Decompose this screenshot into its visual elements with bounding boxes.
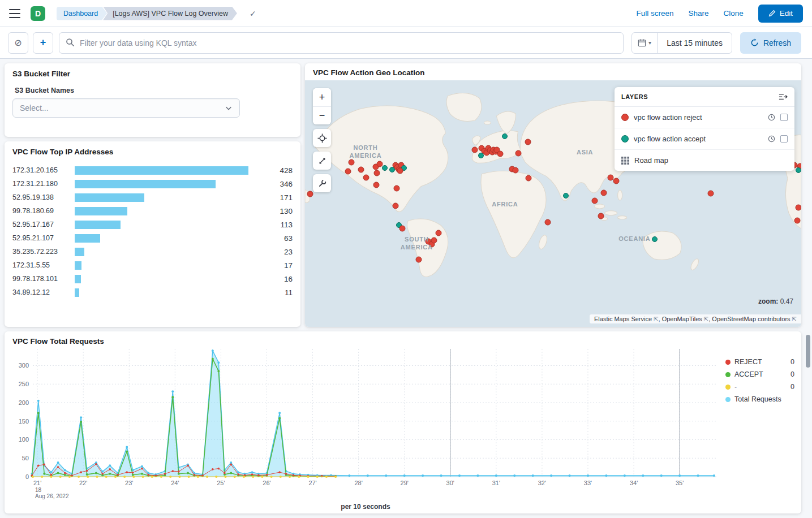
calendar-dropdown-button[interactable]: ▾ [632, 33, 658, 53]
panel-s3-bucket-filter: S3 Bucket Filter S3 Bucket Names Select.… [5, 63, 300, 137]
svg-text:24': 24' [171, 480, 179, 486]
geo-point-reject [435, 230, 441, 236]
space-avatar[interactable]: D [31, 6, 45, 21]
legend-label: ACCEPT [734, 370, 787, 378]
ip-bar[interactable] [75, 261, 267, 270]
expand-icon [318, 157, 326, 165]
breadcrumb: Dashboard [Logs AWS] VPC Flow Log Overvi… [57, 7, 237, 20]
ip-bar[interactable] [75, 221, 267, 229]
geo-point-reject [497, 151, 503, 157]
geo-point-reject [345, 168, 351, 174]
ip-label: 172.31.21.180 [12, 180, 70, 188]
legend-item[interactable]: Total Requests [725, 393, 794, 405]
time-range-label[interactable]: Last 15 minutes [658, 38, 732, 48]
s3-bucket-select[interactable]: Select... [12, 98, 240, 118]
ip-bar[interactable] [75, 275, 267, 283]
legend-label: REJECT [734, 358, 787, 366]
legend-swatch [725, 372, 731, 377]
select-placeholder: Select... [20, 103, 49, 113]
legend-value: 0 [790, 370, 794, 378]
pencil-icon [768, 10, 776, 17]
svg-text:27': 27' [308, 480, 316, 486]
saved-check-icon: ✓ [250, 9, 256, 18]
ip-bar[interactable] [75, 166, 267, 175]
attribution-link[interactable]: OpenMapTiles ⇱ [662, 316, 709, 322]
ip-value: 113 [267, 221, 293, 229]
legend-item[interactable]: ACCEPT0 [725, 368, 794, 381]
full-screen-link[interactable]: Full screen [636, 9, 673, 18]
edit-button[interactable]: Edit [758, 5, 803, 23]
ip-bar[interactable] [75, 248, 267, 256]
geo-point-reject [525, 139, 531, 145]
layer-row-road-map[interactable]: Road map [615, 150, 794, 171]
svg-text:0: 0 [25, 473, 29, 480]
ip-value: 63 [267, 234, 293, 243]
zoom-in-button[interactable]: + [313, 88, 331, 106]
add-filter-button[interactable]: + [33, 32, 53, 54]
attribution-link[interactable]: Elastic Maps Service ⇱ [594, 316, 659, 322]
kql-search-input[interactable] [59, 32, 624, 54]
breadcrumb-dashboard[interactable]: Dashboard [57, 7, 107, 20]
dashboard-content: S3 Bucket Filter S3 Bucket Names Select.… [0, 59, 812, 518]
svg-text:21': 21' [33, 480, 41, 486]
legend-item[interactable]: -0 [725, 381, 794, 393]
menu-icon[interactable] [9, 9, 20, 18]
ip-bar[interactable] [75, 234, 267, 243]
map-attribution: Elastic Maps Service ⇱, OpenMapTiles ⇱, … [590, 314, 801, 323]
clock-icon [768, 114, 775, 121]
clone-link[interactable]: Clone [723, 9, 743, 18]
wrench-icon [318, 179, 326, 188]
map-controls: + − [313, 88, 331, 192]
collapse-layers-icon[interactable] [779, 93, 788, 101]
crosshair-icon [317, 133, 327, 143]
ip-label: 34.89.12.12 [12, 288, 70, 296]
layer-row-accept[interactable]: vpc flow action accept [615, 128, 794, 150]
geo-point-reject [613, 178, 619, 184]
ip-bar[interactable] [75, 288, 267, 297]
saved-query-button[interactable]: ⊘ [8, 32, 28, 54]
svg-text:50: 50 [22, 455, 29, 461]
panel-title: VPC Flow Total Requests [12, 337, 794, 346]
query-bar: ⊘ + ▾ Last 15 minutes Refresh [0, 27, 812, 59]
table-row: 52.95.19.138171 [12, 191, 293, 204]
reject-layer-swatch [621, 114, 629, 121]
set-view-button[interactable] [313, 129, 331, 147]
scrollbar-thumb[interactable] [806, 335, 810, 368]
legend-value: 0 [790, 383, 794, 391]
legend-item[interactable]: REJECT0 [725, 356, 794, 368]
ip-value: 428 [267, 166, 293, 175]
geo-point-reject [358, 166, 364, 172]
ip-label: 99.78.178.101 [12, 275, 70, 283]
geo-point-reject [592, 198, 598, 204]
ip-value: 17 [267, 261, 293, 270]
refresh-button[interactable]: Refresh [740, 32, 801, 54]
map-tools-button[interactable] [313, 174, 331, 192]
attribution-link[interactable]: OpenStreetMap contributors ⇱ [712, 316, 797, 322]
ip-bar[interactable] [75, 193, 267, 202]
layer-row-reject[interactable]: vpc flow action reject [615, 107, 794, 128]
world-map[interactable]: NORTH AMERICASOUTH AMERICAAFRICAASIAOCEA… [305, 80, 801, 327]
table-row: 172.31.20.165428 [12, 163, 293, 177]
svg-text:22': 22' [79, 480, 87, 486]
full-screen-map-button[interactable] [313, 152, 331, 170]
geo-point-reject [525, 175, 531, 181]
geo-point-reject [707, 191, 714, 197]
table-row: 172.31.21.180346 [12, 177, 293, 191]
geo-point-reject [397, 168, 403, 174]
ip-bar[interactable] [75, 180, 267, 188]
table-row: 35.235.72.22323 [12, 245, 293, 258]
svg-text:300: 300 [19, 362, 29, 369]
geo-point-reject [374, 170, 380, 176]
share-link[interactable]: Share [688, 9, 708, 18]
accept-layer-swatch [621, 135, 629, 143]
external-link-icon: ⇱ [654, 316, 658, 322]
layer-checkbox[interactable] [780, 135, 788, 143]
calendar-icon [638, 38, 646, 47]
layer-label: vpc flow action reject [634, 113, 763, 122]
layer-checkbox[interactable] [780, 114, 788, 121]
zoom-out-button[interactable]: − [313, 106, 331, 124]
ip-bar[interactable] [75, 207, 267, 215]
svg-text:150: 150 [19, 418, 29, 425]
geo-point-reject [600, 190, 607, 196]
svg-text:33': 33' [584, 480, 592, 486]
